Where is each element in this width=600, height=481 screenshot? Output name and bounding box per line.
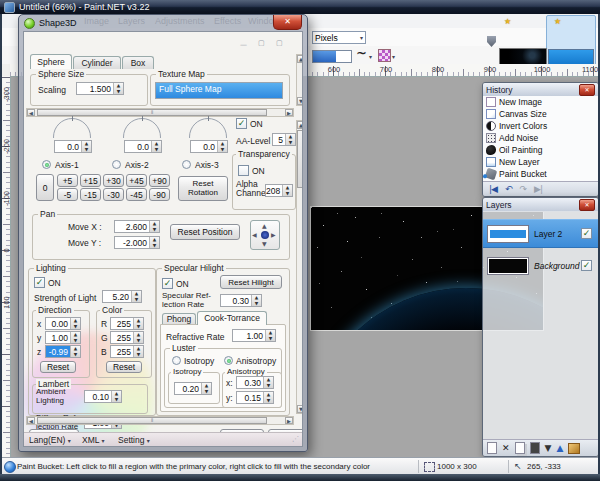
setting-dropdown[interactable]: Setting ▾ bbox=[118, 435, 150, 445]
layers-titlebar[interactable]: Layers ✕ bbox=[483, 198, 598, 212]
spinner-arrows-icon[interactable]: ▲▼ bbox=[70, 346, 80, 357]
layer-visible-checkbox[interactable]: ✓ bbox=[581, 228, 592, 239]
scaling-spinner[interactable]: 1.500 ▲▼ bbox=[76, 82, 124, 95]
history-item[interactable]: Add Noise bbox=[483, 132, 598, 144]
direction-z-spinner[interactable]: -0.99▲▼ bbox=[45, 345, 81, 358]
spinner-arrows-icon[interactable]: ▲▼ bbox=[282, 185, 292, 196]
rotate-0-button[interactable]: 0 bbox=[36, 174, 54, 201]
specular-on-checkbox[interactable]: ✓ bbox=[162, 278, 173, 289]
spinner-arrows-icon[interactable]: ▲▼ bbox=[265, 330, 275, 341]
history-item[interactable]: Invert Colors bbox=[483, 120, 598, 132]
rotate-minus5-button[interactable]: -5 bbox=[57, 188, 78, 201]
refractive-rate-spinner[interactable]: 1.00▲▼ bbox=[232, 329, 276, 342]
alpha-channel-spinner[interactable]: 208▲▼ bbox=[265, 184, 293, 197]
strength-of-light-spinner[interactable]: 5.20▲▼ bbox=[102, 290, 142, 303]
rewind-button[interactable]: |◀ bbox=[489, 183, 497, 195]
layer-properties-icon[interactable] bbox=[568, 443, 580, 454]
scrollbar[interactable]: ◀ ▶ ⦀ bbox=[26, 416, 294, 425]
texture-map-list[interactable]: Full Sphere Map bbox=[155, 82, 283, 99]
spinner-arrows-icon[interactable]: ▲▼ bbox=[133, 332, 143, 343]
history-item[interactable]: Paint Bucket bbox=[483, 168, 598, 180]
add-layer-icon[interactable] bbox=[487, 442, 497, 454]
transparency-on-checkbox[interactable] bbox=[238, 165, 249, 176]
delete-layer-icon[interactable]: ✕ bbox=[502, 442, 510, 455]
history-item[interactable]: New Layer bbox=[483, 156, 598, 168]
move-x-spinner[interactable]: 2.600▲▼ bbox=[114, 220, 160, 233]
spinner-arrows-icon[interactable]: ▲▼ bbox=[263, 392, 273, 403]
spinner-arrows-icon[interactable]: ▲▼ bbox=[263, 377, 273, 388]
resize-grip-icon[interactable]: ⋰ bbox=[292, 435, 299, 443]
lighting-on-checkbox[interactable]: ✓ bbox=[34, 277, 45, 288]
texture-map-selected[interactable]: Full Sphere Map bbox=[156, 83, 282, 98]
anisotropy-radio[interactable] bbox=[224, 356, 233, 365]
reset-position-button[interactable]: Reset Position bbox=[170, 224, 240, 240]
aa-level-spinner[interactable]: 5▲▼ bbox=[272, 133, 296, 146]
anisotropy-y-spinner[interactable]: 0.15▲▼ bbox=[236, 391, 274, 404]
scrollbar[interactable]: ▲ ▼ bbox=[296, 54, 303, 106]
rotate-minus30-button[interactable]: -30 bbox=[103, 188, 124, 201]
direction-x-spinner[interactable]: 0.00▲▼ bbox=[45, 317, 81, 330]
layer-visible-checkbox[interactable]: ✓ bbox=[581, 260, 592, 271]
spinner-arrows-icon[interactable]: ▲▼ bbox=[149, 221, 159, 232]
xml-dropdown[interactable]: XML ▾ bbox=[82, 435, 105, 445]
rotate-plus90-button[interactable]: +90 bbox=[149, 174, 170, 187]
antialias-icon[interactable]: ~ bbox=[356, 45, 367, 60]
color-r-spinner[interactable]: 255▲▼ bbox=[110, 317, 144, 330]
rotate-minus90-button[interactable]: -90 bbox=[149, 188, 170, 201]
color-b-spinner[interactable]: 255▲▼ bbox=[110, 345, 144, 358]
spinner-arrows-icon[interactable]: ▲▼ bbox=[151, 141, 161, 152]
scrollbar[interactable]: ▲ ▼ bbox=[296, 120, 303, 414]
redo-button[interactable]: ↷ bbox=[520, 183, 527, 195]
spinner-arrows-icon[interactable]: ▲▼ bbox=[131, 291, 141, 302]
rotate-minus15-button[interactable]: -15 bbox=[80, 188, 101, 201]
history-item[interactable]: Oil Painting bbox=[483, 144, 598, 156]
spinner-arrows-icon[interactable]: ▲▼ bbox=[251, 295, 261, 306]
dialog-titlebar[interactable]: Shape3D ✕ bbox=[19, 15, 307, 31]
pan-control[interactable]: ▲ ▼ ◀ ▶ bbox=[250, 220, 280, 250]
close-icon[interactable]: ✕ bbox=[579, 84, 595, 96]
window-titlebar[interactable]: Untitled (66%) - Paint.NET v3.22 bbox=[0, 0, 600, 14]
lang-dropdown[interactable]: Lang(EN) ▾ bbox=[29, 435, 71, 445]
rotation-value-3[interactable]: 0.0▲▼ bbox=[190, 140, 228, 153]
tab-cylinder[interactable]: Cylinder bbox=[73, 56, 121, 69]
rotation-dial-1[interactable] bbox=[50, 116, 94, 138]
rotate-minus45-button[interactable]: -45 bbox=[126, 188, 147, 201]
layer-row-background[interactable]: Background ✓ bbox=[483, 252, 598, 279]
duplicate-layer-icon[interactable] bbox=[515, 442, 525, 454]
move-y-spinner[interactable]: -2.000▲▼ bbox=[114, 236, 160, 249]
blend-mode-icon[interactable] bbox=[378, 49, 391, 62]
undo-button[interactable]: ↶ bbox=[505, 183, 512, 195]
layer-row-layer2[interactable]: Layer 2 ✓ bbox=[483, 219, 598, 248]
move-layer-up-icon[interactable]: ▲ bbox=[556, 442, 563, 455]
rotation-dial-2[interactable] bbox=[120, 116, 164, 138]
rotate-plus45-button[interactable]: +45 bbox=[126, 174, 147, 187]
color-reset-button[interactable]: Reset bbox=[106, 361, 142, 373]
maximize-icon[interactable]: ▢ bbox=[276, 39, 283, 47]
history-item[interactable]: New Image bbox=[483, 96, 598, 108]
spinner-arrows-icon[interactable]: ▲▼ bbox=[111, 391, 121, 402]
axis3-radio[interactable] bbox=[182, 160, 191, 169]
spinner-arrows-icon[interactable]: ▲▼ bbox=[133, 346, 143, 357]
spinner-arrows-icon[interactable]: ▲▼ bbox=[70, 318, 80, 329]
ambient-lighting-spinner[interactable]: 0.10▲▼ bbox=[84, 390, 122, 403]
chevron-down-icon[interactable]: ▾ bbox=[369, 53, 372, 60]
spinner-arrows-icon[interactable]: ▲▼ bbox=[217, 141, 227, 152]
axis2-radio[interactable] bbox=[112, 160, 121, 169]
merge-layer-icon[interactable] bbox=[530, 442, 540, 454]
units-dropdown[interactable]: Pixels ▾ bbox=[312, 31, 366, 44]
history-titlebar[interactable]: History ✕ bbox=[483, 83, 598, 97]
specular-rate-spinner[interactable]: 0.30▲▼ bbox=[220, 294, 262, 307]
fastforward-button[interactable]: ▶| bbox=[534, 183, 542, 195]
tab-sphere[interactable]: Sphere bbox=[30, 54, 72, 69]
spinner-arrows-icon[interactable]: ▲▼ bbox=[285, 134, 295, 145]
tolerance-slider[interactable] bbox=[312, 50, 352, 63]
spinner-arrows-icon[interactable]: ▲▼ bbox=[201, 383, 211, 394]
move-layer-down-icon[interactable]: ▼ bbox=[545, 442, 552, 455]
close-icon[interactable]: ✕ bbox=[579, 199, 595, 211]
rotation-value-2[interactable]: 0.0▲▼ bbox=[124, 140, 162, 153]
minimize-icon[interactable]: — bbox=[240, 41, 247, 49]
spinner-arrows-icon[interactable]: ▲▼ bbox=[133, 318, 143, 329]
direction-y-spinner[interactable]: 1.00▲▼ bbox=[45, 331, 81, 344]
reset-hilight-button[interactable]: Reset Hilight bbox=[220, 275, 282, 289]
rotate-plus15-button[interactable]: +15 bbox=[80, 174, 101, 187]
